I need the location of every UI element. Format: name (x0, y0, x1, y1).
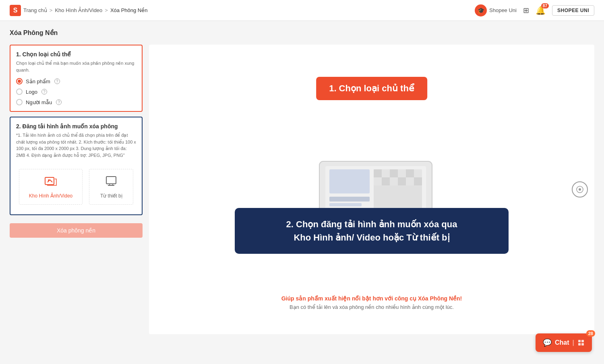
bottom-text-main: Giúp sản phẩm xuất hiện nổi bật hơn với … (281, 295, 462, 302)
upload-note: *1. Tải lên hình ảnh có chủ thể đã chọn … (16, 132, 136, 158)
svg-rect-20 (398, 177, 406, 185)
help-icon-logo[interactable]: ? (41, 89, 47, 95)
breadcrumb-home[interactable]: Trang chủ (23, 7, 47, 13)
bell-badge: 87 (541, 3, 549, 8)
shopee-logo: S (10, 5, 21, 16)
chat-icon: 💬 (543, 338, 552, 347)
upload-media-label: Kho Hình Ảnh/Video (29, 193, 73, 199)
svg-rect-16 (414, 169, 422, 177)
tooltip-2-bold-media: Kho Hình ảnh/ Video (294, 232, 380, 243)
radio-label-san-pham: Sản phẩm (26, 78, 50, 84)
header-right: 🎓 Shopee Uni ⊞ 🔔 87 SHOPEE UNI (475, 4, 594, 16)
upload-options: Kho Hình Ảnh/Video Từ thiết bị (16, 165, 136, 209)
svg-rect-12 (382, 169, 390, 177)
radio-circle-logo (16, 88, 23, 95)
bell-wrapper[interactable]: 🔔 87 (536, 6, 546, 15)
grid-icon[interactable]: ⊞ (523, 6, 529, 15)
help-icon-nguoi-mau[interactable]: ? (56, 99, 62, 105)
remove-bg-button[interactable]: Xóa phông nền (10, 223, 143, 238)
radio-circle-nguoi-mau (16, 99, 23, 105)
bottom-text: Giúp sản phẩm xuất hiện nổi bật hơn với … (281, 295, 462, 310)
section-1-box: 1. Chọn loại chủ thể Chọn loại chủ thể m… (10, 45, 143, 112)
chat-label: Chat (555, 339, 569, 346)
left-panel: 1. Chọn loại chủ thể Chọn loại chủ thể m… (10, 45, 143, 238)
shopee-uni[interactable]: 🎓 Shopee Uni (475, 4, 517, 16)
svg-rect-2 (106, 177, 116, 184)
svg-rect-22 (414, 177, 422, 185)
breadcrumb-media[interactable]: Kho Hình Ảnh/Video (55, 7, 102, 13)
upload-device-label: Từ thiết bị (100, 193, 122, 199)
svg-rect-0 (45, 177, 54, 185)
svg-rect-19 (390, 177, 398, 185)
radio-label-logo: Logo (26, 89, 37, 95)
radio-logo[interactable]: Logo ? (16, 88, 136, 95)
radio-nguoi-mau[interactable]: Người mẫu ? (16, 99, 136, 105)
svg-rect-29 (578, 343, 581, 345)
svg-rect-30 (581, 343, 584, 345)
radio-san-pham[interactable]: Sản phẩm ? (16, 78, 136, 84)
tooltip-1: 1. Chọn loại chủ thể (316, 77, 427, 100)
svg-rect-15 (406, 169, 414, 177)
shopee-uni-label: Shopee Uni (489, 7, 517, 13)
circular-button[interactable] (572, 181, 588, 197)
upload-media-library[interactable]: Kho Hình Ảnh/Video (19, 169, 83, 205)
breadcrumb-current: Xóa Phông Nền (110, 7, 148, 13)
radio-circle-san-pham (16, 78, 23, 84)
upload-from-device[interactable]: Từ thiết bị (89, 169, 133, 205)
section-2-box: 2. Đăng tải hình ảnh muốn xóa phông *1. … (10, 117, 143, 215)
section-1-desc: Chọn loại chủ thể mà bạn muốn xóa phần p… (16, 60, 136, 73)
breadcrumb-sep-2: > (105, 7, 108, 13)
chat-button[interactable]: 💬 Chat | 28 (536, 333, 592, 352)
right-panel: 1. Chọn loại chủ thể (149, 45, 594, 334)
radio-group: Sản phẩm ? Logo ? Người mẫu ? (16, 78, 136, 105)
radio-label-nguoi-mau: Người mẫu (26, 99, 52, 105)
shopee-uni-icon: 🎓 (475, 4, 487, 16)
chat-separator: | (573, 339, 574, 346)
chat-expand-icon (577, 339, 585, 346)
main-layout: 1. Chọn loại chủ thể Chọn loại chủ thể m… (10, 45, 594, 334)
svg-rect-27 (578, 340, 581, 342)
section-1-title: 1. Chọn loại chủ thể (16, 51, 136, 58)
svg-rect-14 (398, 169, 406, 177)
svg-rect-21 (406, 177, 414, 185)
svg-point-26 (579, 188, 581, 191)
device-icon (105, 175, 118, 191)
tooltip-2: 2. Chọn đăng tải hình ảnh muốn xóa qua K… (235, 208, 509, 254)
page-container: Xóa Phông Nền 1. Chọn loại chủ thể Chọn … (0, 21, 604, 364)
svg-rect-18 (382, 177, 390, 185)
tooltip-2-bold-device: Từ thiết bị (406, 232, 449, 243)
help-icon-san-pham[interactable]: ? (54, 78, 60, 84)
user-button[interactable]: SHOPEE UNI (552, 5, 594, 16)
svg-rect-17 (374, 177, 382, 185)
section-2-title: 2. Đăng tải hình ảnh muốn xóa phông (16, 123, 136, 130)
header: S Trang chủ > Kho Hình Ảnh/Video > Xóa P… (0, 0, 604, 21)
breadcrumb-sep-1: > (50, 7, 53, 13)
svg-rect-8 (329, 197, 370, 202)
svg-rect-13 (390, 169, 398, 177)
svg-rect-9 (329, 203, 362, 206)
bottom-text-sub: Bạn có thể tải lên và xóa phông nền cho … (281, 304, 462, 310)
header-left: S Trang chủ > Kho Hình Ảnh/Video > Xóa P… (10, 5, 148, 16)
svg-rect-11 (374, 169, 382, 177)
page-title: Xóa Phông Nền (10, 29, 594, 37)
svg-point-1 (48, 179, 50, 181)
chat-badge: 28 (586, 330, 595, 337)
svg-rect-28 (581, 340, 584, 342)
media-library-icon (44, 175, 57, 191)
svg-rect-7 (329, 169, 370, 193)
